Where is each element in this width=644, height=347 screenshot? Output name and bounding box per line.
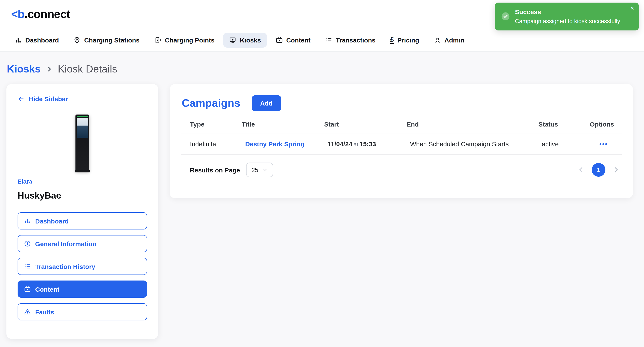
logo-text: .connect	[24, 8, 70, 20]
kiosk-section-buttons: Dashboard General Information Transactio…	[18, 212, 147, 320]
column-header-status: Status	[538, 121, 586, 133]
breadcrumb-current: Kiosk Details	[58, 63, 117, 75]
table-header-row: Type Title Start End Status Options	[181, 121, 622, 133]
video-content-icon	[24, 286, 31, 292]
button-label: Transaction History	[35, 263, 95, 270]
page-1-button[interactable]: 1	[592, 163, 606, 177]
nav-label: Content	[286, 36, 310, 44]
campaigns-header: Campaigns Add	[181, 95, 622, 111]
bar-chart-icon	[14, 36, 22, 44]
nav-label: Dashboard	[25, 36, 59, 44]
chevron-right-icon	[46, 66, 52, 73]
kiosk-sidebar: Hide Sidebar Elara HuskyBae Dashboard Ge…	[6, 84, 158, 339]
nav-label: Pricing	[397, 36, 419, 44]
page-size-value: 25	[252, 166, 258, 173]
nav-item-dashboard[interactable]: Dashboard	[8, 32, 65, 47]
toast-text: Success Campaign assigned to kiosk succe…	[515, 8, 620, 25]
toast-message: Campaign assigned to kiosk successfully	[515, 18, 620, 25]
column-header-options: Options	[586, 121, 622, 133]
campaigns-panel: Campaigns Add Type Title Start End Statu…	[170, 84, 633, 198]
options-menu-button[interactable]: •••	[599, 140, 608, 148]
logo[interactable]: <b.connect	[11, 8, 70, 21]
admin-badge-icon	[434, 36, 441, 44]
button-label: Content	[35, 285, 60, 293]
check-circle-icon	[501, 8, 510, 25]
nav-item-transactions[interactable]: Transactions	[319, 32, 382, 47]
main-nav: Dashboard Charging Stations Charging Poi…	[0, 28, 644, 52]
add-campaign-button[interactable]: Add	[252, 95, 281, 111]
table-footer: Results on Page 25 1	[181, 163, 622, 177]
kiosk-general-information-button[interactable]: General Information	[18, 235, 147, 252]
campaigns-title: Campaigns	[182, 97, 240, 109]
arrow-left-icon	[18, 95, 25, 103]
kiosk-name: HuskyBae	[18, 190, 147, 201]
nav-label: Admin	[444, 36, 464, 44]
start-date: 11/04/24	[328, 140, 352, 148]
nav-item-admin[interactable]: Admin	[428, 32, 470, 47]
bar-chart-icon	[24, 217, 31, 224]
logo-mark: <b	[11, 8, 24, 20]
toast-title: Success	[515, 8, 620, 16]
nav-item-charging-stations[interactable]: Charging Stations	[68, 32, 146, 47]
results-on-page-label: Results on Page	[190, 166, 240, 174]
chevron-right-icon[interactable]	[612, 166, 620, 174]
button-label: Dashboard	[35, 217, 69, 225]
kiosk-content-button[interactable]: Content	[18, 280, 147, 298]
list-icon	[24, 263, 31, 270]
info-circle-icon	[24, 240, 31, 247]
campaign-title-link[interactable]: Destny Park Spring	[245, 140, 305, 148]
kiosk-faults-button[interactable]: Faults	[18, 303, 147, 320]
hide-sidebar-button[interactable]: Hide Sidebar	[18, 95, 68, 103]
nav-item-content[interactable]: Content	[270, 32, 316, 47]
column-header-end: End	[407, 121, 538, 133]
close-icon[interactable]: ×	[630, 5, 634, 11]
pagination: 1	[577, 163, 622, 177]
button-label: Faults	[35, 308, 54, 315]
kiosk-icon	[229, 36, 236, 44]
nav-item-kiosks[interactable]: Kiosks	[223, 32, 267, 47]
hide-sidebar-label: Hide Sidebar	[29, 95, 68, 103]
kiosk-dashboard-button[interactable]: Dashboard	[18, 212, 147, 229]
charging-point-icon	[154, 36, 162, 44]
nav-item-charging-points[interactable]: Charging Points	[148, 32, 220, 47]
transactions-list-icon	[325, 36, 332, 44]
campaigns-table: Type Title Start End Status Options Inde…	[181, 121, 622, 155]
nav-label: Transactions	[336, 36, 376, 44]
warning-triangle-icon	[24, 308, 31, 315]
campaign-start: 11/04/24at15:33	[324, 133, 406, 155]
nav-label: Charging Points	[165, 36, 214, 44]
chevron-left-icon[interactable]	[577, 166, 585, 174]
campaign-type: Indefinite	[181, 133, 242, 155]
column-header-title: Title	[242, 121, 324, 133]
kiosk-transaction-history-button[interactable]: Transaction History	[18, 258, 147, 275]
start-separator: at	[352, 141, 360, 148]
video-content-icon	[276, 36, 283, 44]
chevron-down-icon	[262, 167, 268, 172]
breadcrumb: Kiosks Kiosk Details	[0, 52, 644, 84]
content-area: Hide Sidebar Elara HuskyBae Dashboard Ge…	[0, 84, 644, 339]
column-header-type: Type	[181, 121, 242, 133]
column-header-start: Start	[324, 121, 406, 133]
kiosk-brand: Elara	[18, 178, 147, 185]
campaign-end: When Scheduled Campaign Starts	[407, 133, 538, 155]
nav-item-pricing[interactable]: £ Pricing	[384, 32, 425, 48]
start-time: 15:33	[360, 140, 376, 148]
button-label: General Information	[35, 240, 96, 247]
page-size-select[interactable]: 25	[246, 163, 273, 177]
pound-icon: £	[390, 36, 394, 44]
nav-label: Kiosks	[240, 36, 261, 44]
kiosk-photo	[18, 115, 147, 171]
page: Success Campaign assigned to kiosk succe…	[0, 0, 644, 347]
nav-label: Charging Stations	[84, 36, 140, 44]
success-toast: Success Campaign assigned to kiosk succe…	[495, 3, 639, 31]
breadcrumb-kiosks-link[interactable]: Kiosks	[7, 63, 40, 75]
map-pin-icon	[74, 36, 81, 44]
campaign-status: active	[538, 133, 586, 155]
table-row: Indefinite Destny Park Spring 11/04/24at…	[181, 133, 622, 155]
